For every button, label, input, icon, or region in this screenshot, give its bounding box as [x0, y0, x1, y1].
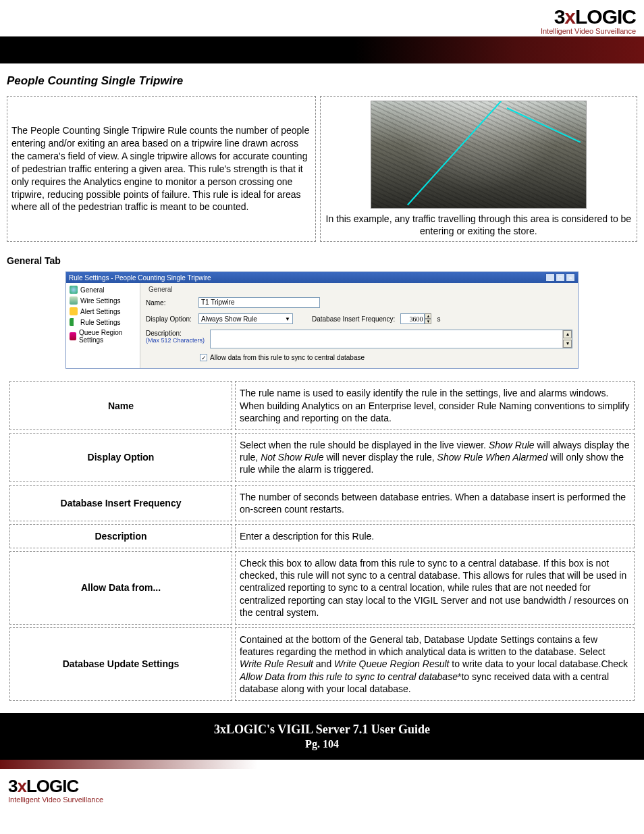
general-tab-heading: General Tab [7, 255, 637, 266]
rule-settings-window: Rule Settings - People Counting Single T… [65, 271, 579, 369]
logo-tagline: Intelligent Video Surveillance [8, 27, 636, 35]
minimize-button[interactable]: _ [545, 273, 555, 282]
max-chars-label: (Max 512 Characters) [146, 337, 205, 344]
scroll-down-icon[interactable]: ▾ [563, 340, 572, 348]
spin-down-icon[interactable]: ▼ [425, 319, 431, 324]
camera-thumbnail [371, 101, 587, 209]
header-banner [0, 36, 644, 63]
row-desc: Select when the rule should be displayed… [235, 433, 635, 482]
description-label: Description: [146, 330, 193, 337]
close-button[interactable]: × [566, 273, 575, 282]
row-label: Allow Data from... [9, 551, 232, 625]
window-titlebar: Rule Settings - People Counting Single T… [66, 272, 578, 283]
table-row: Display Option Select when the rule shou… [9, 433, 635, 482]
example-caption: In this example, any traffic travelling … [325, 213, 633, 237]
chevron-down-icon: ▼ [285, 316, 290, 322]
select-value: Always Show Rule [201, 315, 257, 323]
field-description-table: Name The rule name is used to easily ide… [7, 378, 637, 704]
sidebar-item-queue[interactable]: Queue Region Settings [68, 328, 138, 345]
flag-icon [70, 318, 78, 326]
allow-sync-label: Allow data from this rule to sync to cen… [210, 354, 365, 361]
sidebar-item-label: Alert Settings [80, 308, 120, 315]
spin-up-icon[interactable]: ▲ [425, 313, 431, 319]
row-desc: The number of seconds between database e… [235, 485, 635, 521]
sidebar-item-wire[interactable]: Wire Settings [68, 295, 138, 306]
description-textarea[interactable]: ▴▾ [210, 330, 572, 348]
row-desc: Check this box to allow data from this r… [235, 551, 635, 625]
display-option-label: Display Option: [146, 315, 193, 323]
header-logo: 3xLOGIC Intelligent Video Surveillance [0, 0, 644, 36]
alert-icon [70, 307, 78, 315]
section-title: People Counting Single Tripwire [7, 74, 637, 88]
sidebar-item-label: Queue Region Settings [79, 329, 136, 344]
sidebar-item-general[interactable]: General [68, 284, 138, 295]
example-box: In this example, any traffic travelling … [320, 96, 637, 242]
window-title: Rule Settings - People Counting Single T… [69, 274, 211, 282]
sidebar-item-label: Rule Settings [80, 319, 120, 326]
footer-bar: 3xLOGIC's VIGIL Server 7.1 User Guide Pg… [0, 713, 644, 760]
name-input[interactable]: T1 Tripwire [198, 297, 320, 308]
sidebar-item-label: General [80, 286, 105, 294]
tripwire-line-icon [506, 107, 581, 143]
row-label: Database Insert Frequency [9, 485, 232, 521]
db-freq-unit: s [437, 315, 440, 323]
row-label: Name [9, 381, 232, 430]
footer-title: 3xLOGIC's VIGIL Server 7.1 User Guide [0, 723, 644, 737]
db-freq-label: Database Insert Frequency: [312, 315, 395, 323]
display-option-select[interactable]: Always Show Rule▼ [198, 313, 293, 324]
db-freq-spinner[interactable]: ▲▼ [400, 313, 431, 324]
row-label: Database Update Settings [9, 627, 232, 701]
logo-x: x [564, 5, 575, 28]
sidebar-item-rule[interactable]: Rule Settings [68, 317, 138, 328]
scroll-up-icon[interactable]: ▴ [563, 330, 572, 338]
intro-text: The People Counting Single Tripwire Rule… [7, 96, 316, 242]
logo: 3xLOGIC [8, 5, 636, 28]
row-desc: Contained at the bottom of the General t… [235, 627, 635, 701]
allow-sync-checkbox[interactable]: ✓ [200, 354, 207, 361]
row-label: Description [9, 524, 232, 548]
globe-icon [70, 286, 78, 294]
table-row: Name The rule name is used to easily ide… [9, 381, 635, 430]
queue-icon [70, 332, 76, 340]
logo-3: 3 [554, 5, 565, 28]
row-desc: The rule name is used to easily identify… [235, 381, 635, 430]
table-row: Allow Data from... Check this box to all… [9, 551, 635, 625]
db-freq-input[interactable] [400, 313, 425, 324]
general-panel: General Name: T1 Tripwire Display Option… [140, 283, 578, 368]
sidebar-item-alert[interactable]: Alert Settings [68, 306, 138, 317]
logo-logic: LOGIC [575, 5, 636, 28]
sidebar-item-label: Wire Settings [80, 297, 120, 305]
tripwire-line-icon [407, 101, 508, 205]
table-row: Database Update Settings Contained at th… [9, 627, 635, 701]
row-desc: Enter a description for this Rule. [235, 524, 635, 548]
maximize-button[interactable]: □ [556, 273, 565, 282]
footer-page-number: Pg. 104 [0, 738, 644, 750]
table-row: Description Enter a description for this… [9, 524, 635, 548]
group-label: General [146, 286, 572, 293]
footer-logo: 3xLOGIC Intelligent Video Surveillance [0, 769, 644, 810]
table-row: Database Insert Frequency The number of … [9, 485, 635, 521]
wire-icon [70, 296, 78, 305]
row-label: Display Option [9, 433, 232, 482]
footer-gradient [0, 760, 644, 769]
name-label: Name: [146, 299, 193, 307]
settings-sidebar: General Wire Settings Alert Settings Rul… [66, 283, 140, 368]
